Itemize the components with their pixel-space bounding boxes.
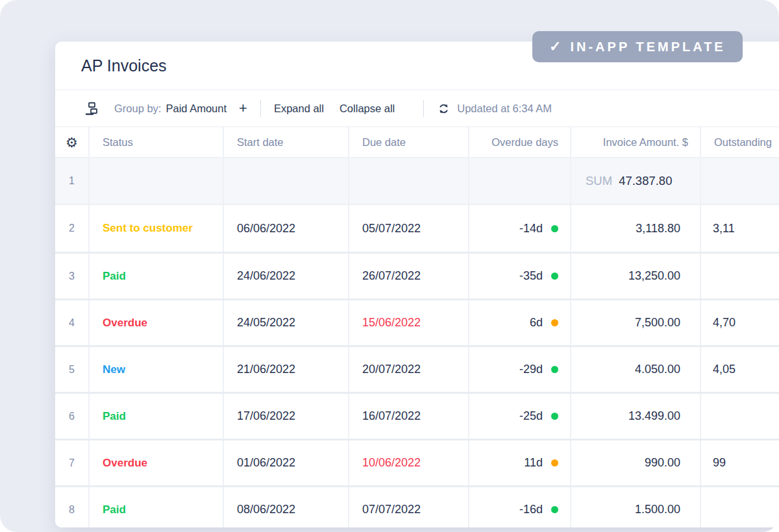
- status-cell[interactable]: Overdue: [90, 300, 224, 345]
- invoice-amount-cell[interactable]: 4.050.00: [571, 347, 701, 392]
- plus-icon[interactable]: +: [239, 101, 247, 115]
- row-number[interactable]: 1: [55, 158, 90, 204]
- start-date-cell[interactable]: 01/06/2022: [224, 441, 349, 485]
- row-number[interactable]: 3: [55, 254, 90, 298]
- outstanding-cell[interactable]: 4,05: [701, 347, 779, 392]
- table-row: 7 Overdue 01/06/2022 10/06/2022 11d 990.…: [55, 439, 779, 485]
- outstanding-cell[interactable]: 3,11: [701, 205, 779, 252]
- invoice-amount-cell[interactable]: 1.500.00: [571, 487, 701, 527]
- status-cell[interactable]: Overdue: [90, 441, 224, 485]
- outstanding-cell[interactable]: 4,70: [701, 300, 779, 345]
- status-cell[interactable]: Paid: [90, 487, 224, 527]
- status-dot: [551, 272, 558, 280]
- row-number[interactable]: 2: [55, 205, 90, 252]
- table-row: 3 Paid 24/06/2022 26/07/2022 -35d 13,250…: [55, 252, 779, 298]
- empty-cell[interactable]: [349, 158, 469, 204]
- empty-cell[interactable]: [224, 158, 349, 204]
- table-row: 4 Overdue 24/05/2022 15/06/2022 6d 7,500…: [55, 298, 779, 345]
- status-dot: [551, 413, 558, 420]
- outstanding-cell[interactable]: [701, 487, 779, 527]
- settings-header-cell[interactable]: ⚙: [55, 127, 90, 157]
- overdue-days-value: -29d: [519, 363, 543, 376]
- start-date-cell[interactable]: 24/06/2022: [224, 254, 349, 298]
- due-date-cell[interactable]: 07/07/2022: [349, 487, 469, 527]
- start-date-cell[interactable]: 08/06/2022: [224, 487, 349, 527]
- check-icon: ✓: [549, 40, 561, 54]
- toolbar: Group by: Paid Amount + Expand all Colla…: [55, 90, 779, 127]
- overdue-days-value: 11d: [524, 456, 543, 470]
- due-date-cell[interactable]: 10/06/2022: [349, 441, 469, 485]
- in-app-template-badge: ✓ IN-APP TEMPLATE: [532, 31, 743, 62]
- table-row: 6 Paid 17/06/2022 16/07/2022 -25d 13.499…: [55, 392, 779, 439]
- overdue-days-value: -16d: [519, 503, 543, 516]
- table-header: ⚙ Status Start date Due date Overdue day…: [55, 127, 779, 158]
- column-header-status[interactable]: Status: [90, 127, 224, 157]
- overdue-days-cell[interactable]: -14d: [469, 205, 571, 252]
- refresh-icon[interactable]: [437, 102, 451, 115]
- badge-label: IN-APP TEMPLATE: [570, 40, 725, 54]
- status-cell[interactable]: Paid: [90, 394, 224, 439]
- outstanding-cell[interactable]: [701, 394, 779, 439]
- updated-status: Updated at 6:34 AM: [457, 103, 552, 115]
- table-row: 5 New 21/06/2022 20/07/2022 -29d 4.050.0…: [55, 345, 779, 392]
- overdue-days-value: -35d: [519, 269, 543, 283]
- row-number[interactable]: 6: [55, 394, 90, 439]
- overdue-days-value: -25d: [519, 409, 543, 423]
- overdue-days-cell[interactable]: 11d: [469, 441, 571, 485]
- column-header-invoice-amount[interactable]: Invoice Amount. $: [571, 127, 701, 157]
- status-cell[interactable]: Paid: [90, 254, 224, 298]
- column-header-outstanding[interactable]: Outstanding: [701, 127, 779, 157]
- start-date-cell[interactable]: 21/06/2022: [224, 347, 349, 392]
- app-window: AP Invoices Group by: Paid Amount + Expa…: [55, 42, 779, 527]
- due-date-cell[interactable]: 16/07/2022: [349, 394, 469, 439]
- status-cell[interactable]: Sent to customer: [90, 205, 224, 252]
- group-by-value[interactable]: Paid Amount: [166, 103, 227, 115]
- status-cell[interactable]: New: [90, 347, 224, 392]
- expand-all-button[interactable]: Expand all: [274, 103, 324, 115]
- row-number[interactable]: 7: [55, 441, 90, 485]
- empty-cell[interactable]: [90, 158, 224, 204]
- collapse-all-button[interactable]: Collapse all: [340, 103, 395, 115]
- status-dot: [551, 506, 558, 513]
- invoice-amount-cell[interactable]: 13.499.00: [571, 394, 701, 439]
- start-date-cell[interactable]: 24/05/2022: [224, 300, 349, 345]
- toolbar-divider: [260, 100, 261, 117]
- due-date-cell[interactable]: 26/07/2022: [349, 254, 469, 298]
- page-background: ✓ IN-APP TEMPLATE AP Invoices Group by: …: [0, 0, 779, 532]
- due-date-cell[interactable]: 05/07/2022: [349, 205, 469, 252]
- start-date-cell[interactable]: 17/06/2022: [224, 394, 349, 439]
- group-icon: [84, 101, 99, 115]
- overdue-days-cell[interactable]: 6d: [469, 300, 571, 345]
- outstanding-cell[interactable]: [701, 254, 779, 298]
- table-row: 2 Sent to customer 06/06/2022 05/07/2022…: [55, 205, 779, 252]
- row-number[interactable]: 8: [55, 487, 90, 527]
- invoice-amount-cell[interactable]: 13,250.00: [571, 254, 701, 298]
- group-by-control[interactable]: Group by: Paid Amount +: [114, 101, 247, 115]
- page-title: AP Invoices: [81, 56, 167, 75]
- empty-cell[interactable]: [469, 158, 571, 204]
- status-dot: [551, 366, 558, 373]
- start-date-cell[interactable]: 06/06/2022: [224, 205, 349, 252]
- overdue-days-cell[interactable]: -35d: [469, 254, 571, 298]
- overdue-days-cell[interactable]: -16d: [469, 487, 571, 527]
- overdue-days-cell[interactable]: -25d: [469, 394, 571, 439]
- outstanding-cell[interactable]: 99: [701, 441, 779, 485]
- due-date-cell[interactable]: 20/07/2022: [349, 347, 469, 392]
- due-date-cell[interactable]: 15/06/2022: [349, 300, 469, 345]
- column-header-start-date[interactable]: Start date: [224, 127, 349, 157]
- invoice-amount-cell[interactable]: 3,118.80: [571, 205, 701, 252]
- column-header-overdue-days[interactable]: Overdue days: [469, 127, 571, 157]
- table-row: 8 Paid 08/06/2022 07/07/2022 -16d 1.500.…: [55, 485, 779, 527]
- sum-cell[interactable]: SUM 47.387.80: [571, 158, 701, 204]
- invoice-amount-cell[interactable]: 990.00: [571, 441, 701, 485]
- row-number[interactable]: 5: [55, 347, 90, 392]
- empty-cell[interactable]: [701, 158, 779, 204]
- overdue-days-cell[interactable]: -29d: [469, 347, 571, 392]
- toolbar-divider: [423, 100, 424, 117]
- row-number[interactable]: 4: [55, 300, 90, 345]
- group-by-label: Group by:: [114, 103, 161, 115]
- column-header-due-date[interactable]: Due date: [349, 127, 469, 157]
- invoice-amount-cell[interactable]: 7,500.00: [571, 300, 701, 345]
- gear-icon: ⚙: [66, 136, 78, 149]
- overdue-days-value: 6d: [530, 316, 543, 330]
